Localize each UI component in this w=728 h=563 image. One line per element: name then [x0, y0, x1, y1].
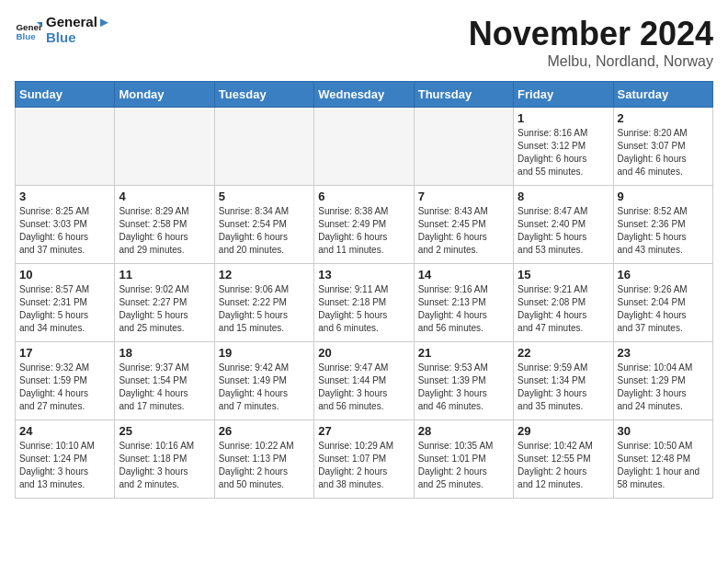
day-info: Sunrise: 9:06 AM Sunset: 2:22 PM Dayligh…	[219, 283, 310, 335]
day-info: Sunrise: 10:04 AM Sunset: 1:29 PM Daylig…	[618, 362, 709, 413]
calendar-cell: 20Sunrise: 9:47 AM Sunset: 1:44 PM Dayli…	[314, 342, 414, 420]
weekday-header-row: SundayMondayTuesdayWednesdayThursdayFrid…	[16, 82, 713, 108]
header: General Blue General► Blue November 2024…	[15, 15, 713, 70]
day-number: 23	[618, 346, 709, 360]
day-number: 17	[19, 346, 110, 360]
location-subtitle: Melbu, Nordland, Norway	[469, 53, 713, 70]
day-info: Sunrise: 8:20 AM Sunset: 3:07 PM Dayligh…	[618, 127, 709, 178]
day-number: 22	[518, 346, 609, 360]
calendar-cell: 21Sunrise: 9:53 AM Sunset: 1:39 PM Dayli…	[414, 342, 513, 420]
calendar-cell: 6Sunrise: 8:38 AM Sunset: 2:49 PM Daylig…	[314, 186, 414, 264]
weekday-header-tuesday: Tuesday	[214, 82, 313, 108]
day-number: 28	[418, 424, 509, 438]
calendar-cell: 28Sunrise: 10:35 AM Sunset: 1:01 PM Dayl…	[414, 420, 513, 499]
calendar-cell: 13Sunrise: 9:11 AM Sunset: 2:18 PM Dayli…	[314, 264, 414, 342]
day-number: 18	[119, 346, 210, 360]
calendar-cell: 30Sunrise: 10:50 AM Sunset: 12:48 PM Day…	[613, 420, 712, 499]
day-info: Sunrise: 8:16 AM Sunset: 3:12 PM Dayligh…	[518, 127, 609, 178]
calendar-cell: 17Sunrise: 9:32 AM Sunset: 1:59 PM Dayli…	[16, 342, 115, 420]
day-number: 2	[618, 111, 709, 125]
calendar-cell: 24Sunrise: 10:10 AM Sunset: 1:24 PM Dayl…	[16, 420, 115, 499]
svg-text:Blue: Blue	[17, 30, 37, 40]
weekday-header-thursday: Thursday	[414, 82, 513, 108]
weekday-header-wednesday: Wednesday	[314, 82, 414, 108]
day-info: Sunrise: 9:47 AM Sunset: 1:44 PM Dayligh…	[318, 362, 409, 413]
day-number: 20	[318, 346, 409, 360]
calendar-cell	[214, 108, 313, 186]
calendar-table: SundayMondayTuesdayWednesdayThursdayFrid…	[15, 81, 713, 499]
calendar-cell: 4Sunrise: 8:29 AM Sunset: 2:58 PM Daylig…	[115, 186, 214, 264]
day-info: Sunrise: 10:16 AM Sunset: 1:18 PM Daylig…	[119, 440, 210, 491]
day-number: 19	[219, 346, 310, 360]
day-number: 5	[219, 190, 310, 203]
day-number: 8	[518, 190, 609, 203]
day-info: Sunrise: 9:02 AM Sunset: 2:27 PM Dayligh…	[119, 283, 210, 335]
day-info: Sunrise: 8:52 AM Sunset: 2:36 PM Dayligh…	[618, 205, 709, 257]
day-info: Sunrise: 9:32 AM Sunset: 1:59 PM Dayligh…	[19, 362, 110, 413]
logo: General Blue General► Blue	[15, 15, 111, 45]
calendar-cell: 3Sunrise: 8:25 AM Sunset: 3:03 PM Daylig…	[16, 186, 115, 264]
day-info: Sunrise: 9:11 AM Sunset: 2:18 PM Dayligh…	[318, 283, 409, 335]
weekday-header-monday: Monday	[115, 82, 214, 108]
day-number: 24	[19, 424, 110, 438]
day-number: 25	[119, 424, 210, 438]
calendar-cell: 8Sunrise: 8:47 AM Sunset: 2:40 PM Daylig…	[514, 186, 613, 264]
week-row-2: 3Sunrise: 8:25 AM Sunset: 3:03 PM Daylig…	[16, 186, 713, 264]
day-number: 6	[318, 190, 409, 203]
calendar-cell: 25Sunrise: 10:16 AM Sunset: 1:18 PM Dayl…	[115, 420, 214, 499]
calendar-cell: 1Sunrise: 8:16 AM Sunset: 3:12 PM Daylig…	[514, 108, 613, 186]
day-info: Sunrise: 10:10 AM Sunset: 1:24 PM Daylig…	[19, 440, 110, 491]
calendar-cell: 11Sunrise: 9:02 AM Sunset: 2:27 PM Dayli…	[115, 264, 214, 342]
day-info: Sunrise: 10:42 AM Sunset: 12:55 PM Dayli…	[518, 440, 609, 491]
day-number: 9	[618, 190, 709, 203]
calendar-cell	[115, 108, 214, 186]
calendar-cell: 15Sunrise: 9:21 AM Sunset: 2:08 PM Dayli…	[514, 264, 613, 342]
weekday-header-sunday: Sunday	[16, 82, 115, 108]
day-number: 27	[318, 424, 409, 438]
calendar-cell	[16, 108, 115, 186]
day-number: 29	[518, 424, 609, 438]
day-info: Sunrise: 9:59 AM Sunset: 1:34 PM Dayligh…	[518, 362, 609, 413]
weekday-header-friday: Friday	[514, 82, 613, 108]
day-info: Sunrise: 9:37 AM Sunset: 1:54 PM Dayligh…	[119, 362, 210, 413]
day-number: 21	[418, 346, 509, 360]
day-info: Sunrise: 8:29 AM Sunset: 2:58 PM Dayligh…	[119, 205, 210, 257]
day-number: 16	[618, 268, 709, 282]
calendar-cell: 2Sunrise: 8:20 AM Sunset: 3:07 PM Daylig…	[613, 108, 712, 186]
calendar-cell: 9Sunrise: 8:52 AM Sunset: 2:36 PM Daylig…	[613, 186, 712, 264]
calendar-cell: 23Sunrise: 10:04 AM Sunset: 1:29 PM Dayl…	[613, 342, 712, 420]
day-number: 26	[219, 424, 310, 438]
day-info: Sunrise: 9:16 AM Sunset: 2:13 PM Dayligh…	[418, 283, 509, 335]
week-row-5: 24Sunrise: 10:10 AM Sunset: 1:24 PM Dayl…	[16, 420, 713, 499]
day-number: 10	[19, 268, 110, 282]
day-info: Sunrise: 9:26 AM Sunset: 2:04 PM Dayligh…	[618, 283, 709, 335]
calendar-cell: 5Sunrise: 8:34 AM Sunset: 2:54 PM Daylig…	[214, 186, 313, 264]
calendar-cell: 19Sunrise: 9:42 AM Sunset: 1:49 PM Dayli…	[214, 342, 313, 420]
day-number: 15	[518, 268, 609, 282]
day-number: 1	[518, 111, 609, 125]
week-row-4: 17Sunrise: 9:32 AM Sunset: 1:59 PM Dayli…	[16, 342, 713, 420]
day-info: Sunrise: 8:47 AM Sunset: 2:40 PM Dayligh…	[518, 205, 609, 257]
title-area: November 2024 Melbu, Nordland, Norway	[469, 15, 713, 70]
day-number: 13	[318, 268, 409, 282]
logo-line2: Blue	[46, 30, 111, 46]
calendar-cell: 16Sunrise: 9:26 AM Sunset: 2:04 PM Dayli…	[613, 264, 712, 342]
day-info: Sunrise: 10:22 AM Sunset: 1:13 PM Daylig…	[219, 440, 310, 491]
day-info: Sunrise: 8:57 AM Sunset: 2:31 PM Dayligh…	[19, 283, 110, 335]
day-number: 4	[119, 190, 210, 203]
calendar-cell: 27Sunrise: 10:29 AM Sunset: 1:07 PM Dayl…	[314, 420, 414, 499]
day-info: Sunrise: 8:25 AM Sunset: 3:03 PM Dayligh…	[19, 205, 110, 257]
day-info: Sunrise: 9:42 AM Sunset: 1:49 PM Dayligh…	[219, 362, 310, 413]
day-info: Sunrise: 8:34 AM Sunset: 2:54 PM Dayligh…	[219, 205, 310, 257]
day-info: Sunrise: 10:35 AM Sunset: 1:01 PM Daylig…	[418, 440, 509, 491]
calendar-cell: 26Sunrise: 10:22 AM Sunset: 1:13 PM Dayl…	[214, 420, 313, 499]
day-number: 11	[119, 268, 210, 282]
day-number: 12	[219, 268, 310, 282]
day-info: Sunrise: 10:29 AM Sunset: 1:07 PM Daylig…	[318, 440, 409, 491]
day-info: Sunrise: 9:21 AM Sunset: 2:08 PM Dayligh…	[518, 283, 609, 335]
calendar-cell: 10Sunrise: 8:57 AM Sunset: 2:31 PM Dayli…	[16, 264, 115, 342]
week-row-1: 1Sunrise: 8:16 AM Sunset: 3:12 PM Daylig…	[16, 108, 713, 186]
calendar-cell: 14Sunrise: 9:16 AM Sunset: 2:13 PM Dayli…	[414, 264, 513, 342]
calendar-cell	[314, 108, 414, 186]
week-row-3: 10Sunrise: 8:57 AM Sunset: 2:31 PM Dayli…	[16, 264, 713, 342]
